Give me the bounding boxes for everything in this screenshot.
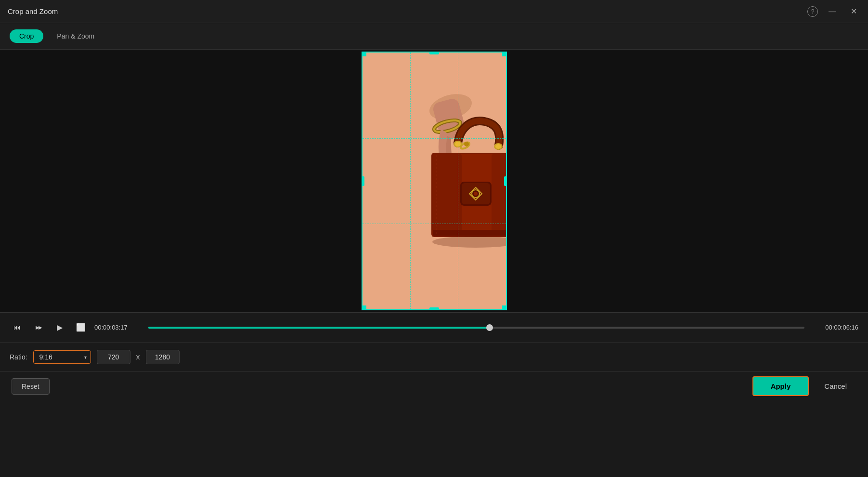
time-total: 00:00:06:16	[810, 324, 858, 331]
screenshot-icon: ⬜	[76, 323, 86, 332]
svg-point-19	[474, 192, 478, 196]
step-back-icon: ⏮	[13, 323, 21, 332]
step-back-button[interactable]: ⏮	[10, 320, 25, 335]
video-container[interactable]	[362, 52, 507, 310]
window-title: Crop and Zoom	[8, 7, 58, 15]
time-current: 00:00:03:17	[94, 324, 143, 331]
screenshot-button[interactable]: ⬜	[73, 320, 89, 335]
svg-point-6	[464, 142, 469, 146]
tab-pan-zoom[interactable]: Pan & Zoom	[47, 29, 104, 43]
progress-thumb[interactable]	[486, 324, 493, 331]
dimension-separator: x	[136, 353, 140, 361]
title-bar-controls: ? — ✕	[807, 5, 860, 18]
play-button[interactable]: ▶	[52, 320, 67, 335]
preview-image	[362, 52, 507, 310]
height-input[interactable]: 1280	[146, 350, 180, 364]
svg-rect-14	[492, 154, 507, 236]
svg-point-8	[455, 142, 461, 146]
progress-bar[interactable]	[148, 327, 804, 329]
ratio-select-wrapper[interactable]: Custom 1:1 4:3 16:9 9:16 21:9 ▾	[33, 350, 91, 364]
ratio-label: Ratio:	[10, 353, 27, 361]
step-forward-button[interactable]: ▶▶	[31, 320, 46, 335]
close-button[interactable]: ✕	[847, 5, 860, 18]
svg-point-10	[495, 144, 501, 149]
title-bar-left: Crop and Zoom	[8, 7, 58, 15]
tab-bar: Crop Pan & Zoom	[0, 23, 868, 50]
preview-area	[0, 50, 868, 312]
cancel-button[interactable]: Cancel	[815, 377, 856, 395]
step-forward-icon: ▶▶	[36, 325, 41, 330]
ratio-select[interactable]: Custom 1:1 4:3 16:9 9:16 21:9	[39, 353, 73, 361]
svg-rect-13	[433, 154, 462, 236]
minimize-icon: —	[829, 7, 836, 16]
tab-crop[interactable]: Crop	[10, 29, 43, 43]
action-right: Apply Cancel	[752, 376, 856, 396]
svg-rect-20	[433, 230, 507, 236]
help-button[interactable]: ?	[807, 6, 818, 17]
play-icon: ▶	[57, 323, 63, 332]
question-icon: ?	[811, 8, 815, 15]
action-bar: Reset Apply Cancel	[0, 371, 868, 401]
close-icon: ✕	[851, 7, 857, 16]
width-input[interactable]: 720	[97, 350, 130, 364]
title-bar: Crop and Zoom ? — ✕	[0, 0, 868, 23]
video-image	[362, 52, 507, 310]
chevron-down-icon: ▾	[84, 354, 87, 359]
reset-button[interactable]: Reset	[12, 378, 50, 395]
controls-bar: ⏮ ▶▶ ▶ ⬜ 00:00:03:17 00:00:06:16	[0, 312, 868, 342]
apply-button[interactable]: Apply	[752, 376, 809, 396]
ratio-row: Ratio: Custom 1:1 4:3 16:9 9:16 21:9 ▾ 7…	[0, 342, 868, 371]
minimize-button[interactable]: —	[826, 5, 839, 18]
progress-fill	[148, 327, 490, 329]
